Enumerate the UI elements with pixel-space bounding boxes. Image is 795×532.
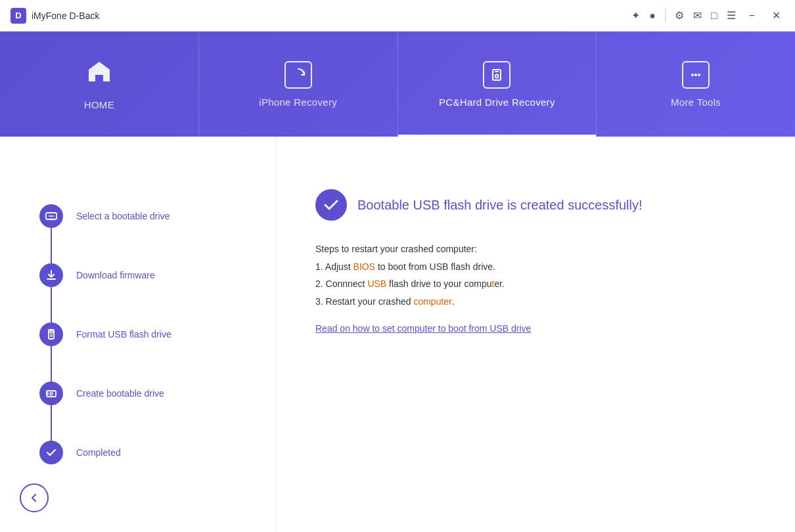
step-label-2: Download firmware [76, 270, 155, 280]
success-title: Bootable USB flash drive is created succ… [357, 198, 643, 213]
success-icon [315, 189, 347, 221]
steps-instructions: Steps to restart your crashed computer: … [315, 240, 756, 310]
more-tools-label: More Tools [671, 97, 721, 108]
usb-highlight: USB [367, 278, 386, 289]
step-circle-4 [39, 382, 63, 405]
step1: 1. Adjust BIOS to boot from USB flash dr… [315, 261, 495, 272]
title-left: D iMyFone D-Back [11, 8, 99, 24]
step-circle-5 [39, 441, 63, 464]
app-title: iMyFone D-Back [32, 11, 99, 21]
step-circle-1 [39, 204, 63, 228]
user-icon[interactable]: ● [649, 10, 656, 22]
close-button[interactable]: ✕ [768, 8, 784, 23]
chat-icon[interactable]: □ [711, 10, 717, 22]
main-content: Select a bootable drive Download firmwar… [0, 137, 795, 532]
step-format-usb: Format USB flash drive [39, 322, 236, 346]
step-select-drive: Select a bootable drive [39, 204, 236, 228]
share-icon[interactable]: ✦ [631, 9, 640, 22]
svg-point-16 [50, 393, 53, 395]
minimize-button[interactable]: − [745, 9, 759, 23]
iphone-recovery-icon [284, 61, 312, 89]
sidebar: Select a bootable drive Download firmwar… [0, 137, 276, 532]
step-label-3: Format USB flash drive [76, 329, 171, 340]
title-bar: D iMyFone D-Back ✦ ● ⚙ ✉ □ ☰ − ✕ [0, 0, 795, 32]
home-icon [85, 58, 113, 91]
app-logo: D [11, 8, 26, 24]
connector-1 [51, 228, 52, 263]
step-label-5: Completed [76, 447, 121, 458]
nav-item-home[interactable]: HOME [0, 32, 199, 137]
steps-intro: Steps to restart your crashed computer: [315, 244, 477, 254]
step-label-4: Create bootable drive [76, 388, 164, 399]
iphone-recovery-label: iPhone Recovery [259, 97, 337, 108]
back-button[interactable] [20, 483, 49, 512]
usb-boot-link[interactable]: Read on how to set computer to boot from… [315, 323, 756, 334]
connector-4 [51, 405, 52, 441]
bios-highlight: BIOS [353, 261, 375, 272]
pc-hard-drive-icon [483, 61, 511, 89]
nav-bar: HOME iPhone Recovery PC&Hard Driv [0, 32, 795, 137]
home-label: HOME [84, 99, 114, 110]
steps-container: Select a bootable drive Download firmwar… [39, 204, 236, 464]
settings-icon[interactable]: ⚙ [675, 9, 684, 22]
step-download-firmware: Download firmware [39, 263, 236, 287]
menu-icon[interactable]: ☰ [727, 9, 736, 22]
success-header: Bootable USB flash drive is created succ… [315, 189, 756, 221]
step-label-1: Select a bootable drive [76, 211, 170, 221]
step-create-bootable: Create bootable drive [39, 382, 236, 405]
connector-3 [51, 346, 52, 382]
right-content: Bootable USB flash drive is created succ… [276, 137, 795, 532]
step3: 3. Restart your crashed computer. [315, 296, 455, 307]
pc-hard-drive-label: PC&Hard Drive Recovery [439, 97, 555, 108]
divider [665, 9, 666, 22]
computer-highlight: computer [413, 296, 451, 307]
svg-point-5 [698, 74, 700, 76]
more-tools-icon [682, 61, 710, 89]
step-circle-3 [39, 322, 63, 346]
connector-2 [51, 287, 52, 322]
svg-point-1 [495, 74, 499, 78]
nav-item-pc-hard-drive[interactable]: PC&Hard Drive Recovery [398, 32, 597, 137]
nav-item-iphone-recovery[interactable]: iPhone Recovery [199, 32, 398, 137]
svg-rect-12 [50, 331, 53, 333]
nav-item-more-tools[interactable]: More Tools [597, 32, 795, 137]
step-circle-2 [39, 263, 63, 287]
svg-point-4 [694, 74, 697, 76]
svg-point-3 [691, 74, 694, 76]
step-completed: Completed [39, 441, 236, 464]
step2: 2. Connnect USB flash drive to your comp… [315, 278, 505, 289]
mail-icon[interactable]: ✉ [693, 9, 702, 22]
title-right: ✦ ● ⚙ ✉ □ ☰ − ✕ [631, 8, 784, 23]
